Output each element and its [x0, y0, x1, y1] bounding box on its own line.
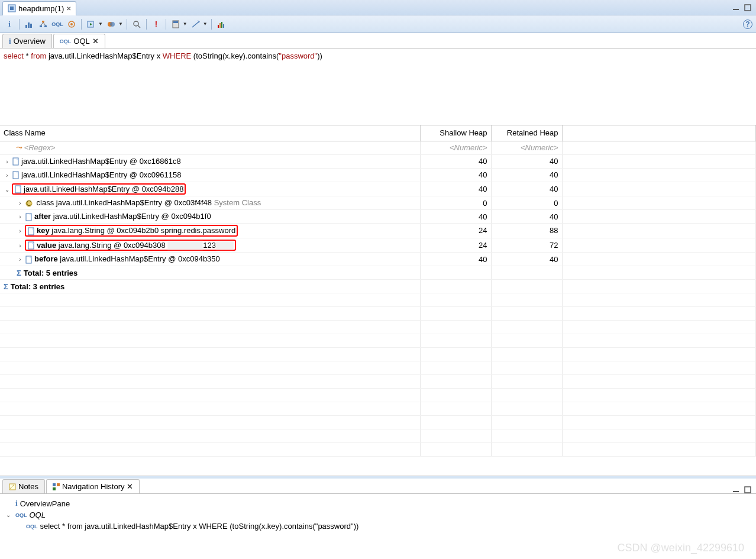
chevron-down-icon[interactable]: ▼ [118, 21, 123, 27]
oql-button[interactable]: OQL [51, 18, 63, 30]
dominator-tree-button[interactable] [37, 18, 49, 30]
tab-label: Navigation History [62, 482, 125, 491]
svg-rect-23 [219, 23, 221, 28]
shallow-heap-value: 0 [420, 196, 491, 210]
table-row[interactable]: ›java.util.LinkedHashMap$Entry @ 0xc1686… [0, 154, 756, 168]
tree-toggle[interactable]: › [17, 214, 24, 220]
navigation-history-body: i OverviewPane ⌄ OQL OQL OQL select * fr… [0, 494, 756, 559]
sigma-icon: Σ [4, 282, 8, 291]
svg-line-18 [138, 25, 140, 28]
empty-row [0, 334, 756, 348]
table-row[interactable]: ›before java.util.LinkedHashMap$Entry @ … [0, 253, 756, 266]
class-icon [25, 213, 33, 221]
tree-toggle[interactable]: ⌄ [4, 186, 11, 193]
tab-label: OQL [73, 37, 89, 46]
class-icon [12, 157, 20, 166]
thread-overview-button[interactable] [66, 18, 77, 30]
tree-toggle[interactable]: › [17, 200, 24, 206]
empty-row [0, 443, 756, 457]
svg-rect-6 [30, 24, 32, 28]
group-button[interactable] [215, 18, 227, 30]
tree-toggle[interactable]: › [4, 172, 11, 179]
shallow-heap-value: 40 [420, 168, 491, 182]
field-name: value [37, 241, 56, 250]
calculator-button[interactable] [170, 18, 182, 30]
tab-oql[interactable]: OQL OQL ✕ [53, 34, 105, 48]
info-button[interactable]: i [4, 18, 15, 30]
minimize-icon[interactable] [732, 486, 739, 493]
column-header-retained[interactable]: Retained Heap [491, 125, 562, 141]
oql-query-editor[interactable]: select * from java.util.LinkedHashMap$En… [0, 49, 756, 125]
redacted-value [216, 241, 234, 250]
svg-rect-9 [44, 25, 47, 27]
chevron-down-icon[interactable]: ▼ [203, 21, 208, 27]
retained-heap-value: 40 [491, 168, 562, 182]
query-browser-button[interactable] [105, 18, 117, 30]
class-icon [14, 185, 22, 193]
close-icon[interactable]: ✕ [92, 37, 99, 46]
shallow-heap-value: 24 [420, 238, 491, 253]
table-row[interactable]: ›after java.util.LinkedHashMap$Entry @ 0… [0, 210, 756, 224]
results-table-container[interactable]: Class Name Shallow Heap Retained Heap ⤳ … [0, 125, 756, 476]
minimize-icon[interactable] [732, 4, 739, 11]
filter-row[interactable]: ⤳ <Regex> <Numeric> <Numeric> [0, 141, 756, 154]
nav-item-query[interactable]: OQL select * from java.util.LinkedHashMa… [5, 521, 751, 532]
tree-toggle[interactable]: › [17, 228, 24, 234]
svg-text:C: C [26, 199, 31, 208]
svg-rect-22 [218, 25, 219, 28]
empty-row [0, 389, 756, 402]
oql-icon: OQL [15, 512, 27, 518]
chevron-down-icon[interactable]: ▼ [98, 21, 103, 27]
retained-heap-value: 40 [491, 154, 562, 168]
nav-item-overview[interactable]: i OverviewPane [5, 497, 751, 509]
regex-filter-input[interactable]: <Regex> [24, 143, 56, 152]
help-icon[interactable]: ? [743, 20, 752, 29]
run-query-button[interactable] [85, 18, 97, 30]
find-button[interactable] [131, 18, 143, 30]
class-icon [12, 171, 20, 179]
total-label: Total: 5 entries [24, 269, 78, 277]
tab-notes[interactable]: Notes [2, 479, 45, 493]
tree-toggle[interactable]: › [17, 256, 24, 263]
run-expert-button[interactable]: ! [150, 18, 162, 30]
class-icon [27, 241, 35, 250]
tab-overview[interactable]: i Overview [2, 34, 52, 48]
nav-item-oql[interactable]: ⌄ OQL OQL [5, 509, 751, 521]
column-header-classname[interactable]: Class Name [0, 125, 420, 141]
toolbar-separator [127, 19, 127, 30]
tree-toggle[interactable]: › [4, 159, 11, 165]
toolbar-separator [211, 19, 212, 30]
table-row[interactable]: ΣTotal: 3 entries [0, 280, 756, 293]
close-icon[interactable]: ✕ [127, 482, 133, 491]
main-toolbar: i OQL ▼ ▼ ! ▼ ▼ ? [0, 15, 756, 33]
table-row[interactable]: ΣTotal: 5 entries [0, 266, 756, 280]
tab-label: Overview [14, 37, 46, 46]
maximize-icon[interactable] [744, 486, 751, 493]
maximize-icon[interactable] [744, 4, 751, 11]
tree-toggle-expanded[interactable]: ⌄ [5, 512, 12, 518]
numeric-filter-input[interactable]: <Numeric> [420, 141, 491, 154]
column-header-shallow[interactable]: Shallow Heap [420, 125, 491, 141]
row-text: java.lang.String @ 0xc094b2b0 spring.red… [50, 226, 236, 235]
table-row[interactable]: ›key java.lang.String @ 0xc094b2b0 sprin… [0, 224, 756, 238]
partial-value: 123 [203, 241, 216, 250]
editor-tab-heapdump[interactable]: heapdump(1) ✕ [2, 1, 76, 15]
history-icon [53, 483, 60, 490]
close-icon[interactable]: ✕ [66, 5, 71, 12]
chevron-down-icon[interactable]: ▼ [183, 21, 188, 27]
table-row[interactable]: ⌄java.util.LinkedHashMap$Entry @ 0xc094b… [0, 182, 756, 196]
table-row[interactable]: ›java.util.LinkedHashMap$Entry @ 0xc0961… [0, 168, 756, 182]
shallow-heap-value: 40 [420, 210, 491, 224]
tree-toggle[interactable]: › [17, 243, 24, 249]
numeric-filter-input[interactable]: <Numeric> [491, 141, 562, 154]
tab-navigation-history[interactable]: Navigation History ✕ [46, 479, 140, 493]
svg-rect-36 [53, 483, 56, 486]
compare-button[interactable] [190, 18, 202, 30]
svg-line-11 [43, 22, 46, 25]
table-row[interactable]: ›value java.lang.String @ 0xc094b308 123… [0, 238, 756, 253]
histogram-button[interactable] [23, 18, 35, 30]
table-row[interactable]: ›C class java.util.LinkedHashMap$Entry @… [0, 196, 756, 210]
empty-row [0, 429, 756, 443]
svg-rect-24 [221, 22, 222, 28]
navigation-panel: Notes Navigation History ✕ i OverviewPan… [0, 476, 756, 559]
